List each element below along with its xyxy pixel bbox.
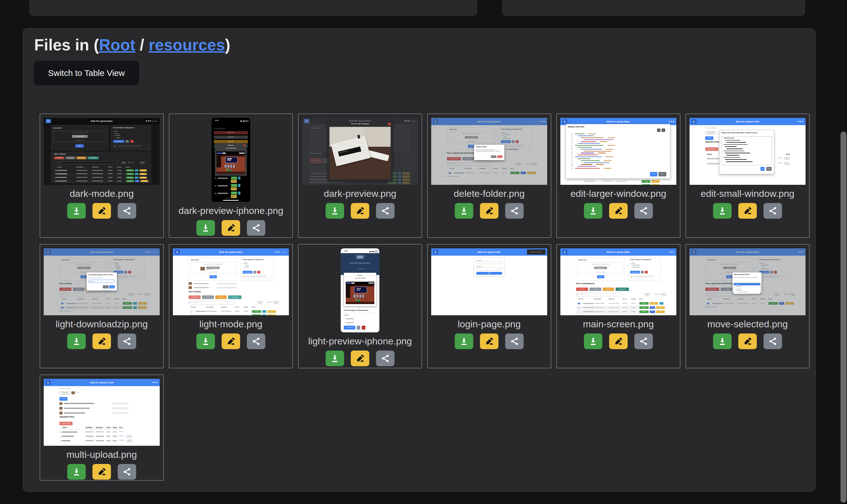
edit-pencil-icon (614, 337, 623, 346)
edit-button[interactable] (480, 203, 498, 219)
download-icon (717, 336, 727, 346)
file-actions (713, 203, 782, 219)
download-button[interactable] (196, 334, 215, 349)
share-icon (251, 223, 261, 233)
file-thumbnail[interactable]: Multi File Upload EditorDark ModeUpload … (173, 248, 289, 315)
download-button[interactable] (67, 334, 86, 349)
file-thumbnail[interactable]: Multi File Upload EditorLight ModeUpload… (44, 118, 160, 185)
edit-button[interactable] (92, 203, 111, 219)
share-button[interactable] (634, 334, 653, 349)
edit-button[interactable] (351, 203, 369, 219)
file-thumbnail[interactable]: Multi File Upload & EditChoose files to … (44, 379, 160, 446)
edit-button[interactable] (609, 334, 628, 349)
file-grid: Multi File Upload EditorLight ModeUpload… (40, 114, 809, 481)
share-button[interactable] (634, 203, 653, 219)
download-button[interactable] (325, 203, 344, 219)
share-button[interactable] (505, 334, 524, 349)
share-icon (639, 337, 648, 346)
edit-button[interactable] (738, 334, 757, 349)
download-icon (330, 353, 340, 363)
edit-button[interactable] (351, 350, 369, 366)
file-name: dark-preview-iphone.png (178, 205, 283, 216)
thumbnail-art: Multi File Upload EditorLight ModeUpload… (44, 118, 160, 185)
share-button[interactable] (376, 203, 394, 219)
share-button[interactable] (376, 350, 394, 366)
download-button[interactable] (455, 203, 473, 219)
file-thumbnail[interactable]: Multi File Upload EditorDark ModeUpload … (44, 248, 160, 315)
file-actions (196, 334, 265, 349)
edit-pencil-icon (484, 206, 494, 216)
file-card: Multi File Upload EditorDark ModeUpload … (40, 244, 164, 368)
file-name: main-screen.png (583, 319, 654, 329)
share-button[interactable] (118, 334, 136, 349)
file-thumbnail[interactable]: 3:16Files in (Root)Delete FilesCopy File… (212, 118, 250, 202)
share-button[interactable] (247, 334, 265, 349)
file-actions (713, 334, 782, 349)
download-icon (71, 467, 82, 477)
file-thumbnail[interactable]: Multi File Upload & EditChoose files to … (690, 118, 806, 185)
share-button[interactable] (505, 203, 524, 219)
share-icon (639, 206, 648, 216)
download-button[interactable] (325, 350, 344, 366)
file-thumbnail[interactable]: Multi File Upload EditorDownloadRenameDo… (560, 118, 676, 185)
thumbnail-art: Multi File Upload EditorLight ModeUpload… (302, 118, 418, 185)
thumbnail-art: Multi File Upload EditorUpload FilesDrop… (690, 248, 806, 315)
file-thumbnail[interactable]: Multi File Upload EditorLight ModeUpload… (302, 118, 418, 185)
edit-button[interactable] (738, 203, 757, 219)
thumbnail-art: Multi File Upload EditorDark ModeUpload … (173, 248, 289, 315)
page: Files in (Root / resources) Switch to Ta… (0, 0, 847, 504)
share-icon (510, 206, 519, 216)
edit-pencil-icon (484, 337, 494, 346)
file-name: login-page.png (458, 319, 521, 329)
edit-button[interactable] (222, 334, 240, 349)
file-name: edit-small-window.png (701, 188, 795, 199)
edit-button[interactable] (92, 334, 111, 349)
download-button[interactable] (584, 334, 602, 349)
edit-button[interactable] (480, 334, 498, 349)
download-button[interactable] (713, 203, 731, 219)
file-name: light-preview-iphone.png (308, 336, 412, 347)
breadcrumb-current-link[interactable]: resources (149, 36, 225, 54)
edit-button[interactable] (92, 464, 111, 480)
thumbnail-art: Multi File Upload EditorDownloadRenameDo… (560, 118, 676, 185)
edit-button[interactable] (222, 220, 240, 236)
file-thumbnail[interactable]: Multi File Upload EditorUpload FilesDrop… (690, 248, 806, 315)
download-button[interactable] (67, 464, 86, 480)
download-button[interactable] (67, 203, 86, 219)
download-button[interactable] (196, 220, 215, 236)
file-actions (67, 464, 136, 480)
thumbnail-art: Multi File Upload & EditChoose files to … (690, 118, 806, 185)
download-button[interactable] (713, 334, 731, 349)
file-thumbnail[interactable]: Multi File Upload EditorUpload FilesDrop… (431, 118, 547, 185)
file-actions (325, 203, 394, 219)
file-thumbnail[interactable]: Multi File Upload EditorUpload FilesDrop… (560, 248, 676, 315)
file-name: light-mode.png (199, 319, 263, 329)
thumbnail-art: Multi File Upload EditorUpload FilesDrop… (560, 248, 676, 315)
download-button[interactable] (584, 203, 602, 219)
edit-pencil-icon (226, 223, 236, 233)
top-panel-right (502, 0, 805, 16)
share-icon (768, 206, 777, 216)
scrollbar-thumb[interactable] (841, 131, 846, 503)
download-icon (71, 206, 82, 216)
file-card: Multi File Upload & EditChoose files to … (686, 114, 809, 238)
file-actions (455, 334, 524, 349)
switch-to-table-view-button[interactable]: Switch to Table View (34, 61, 139, 85)
share-button[interactable] (247, 220, 265, 236)
share-button[interactable] (763, 334, 782, 349)
edit-button[interactable] (609, 203, 628, 219)
share-button[interactable] (763, 203, 782, 219)
title-suffix: ) (225, 36, 230, 54)
file-card: Multi File Upload EditorUpload FilesDrop… (427, 114, 551, 238)
share-button[interactable] (118, 203, 136, 219)
title-separator: / (135, 36, 149, 54)
breadcrumb-root-link[interactable]: Root (99, 36, 135, 54)
thumbnail-art: Multi File Upload & EditChoose files to … (44, 379, 160, 446)
files-panel: Files in (Root / resources) Switch to Ta… (23, 28, 816, 492)
edit-pencil-icon (97, 206, 106, 216)
file-thumbnail[interactable]: Multi File Upload EditorPlease log in to… (431, 248, 547, 315)
file-thumbnail[interactable]: 3:18Multi File Upload Editor▫ ▫ ▫ Dark M… (341, 248, 380, 332)
file-card: Multi File Upload EditorDownloadRenameDo… (557, 114, 680, 238)
share-button[interactable] (118, 464, 136, 480)
download-button[interactable] (455, 334, 473, 349)
